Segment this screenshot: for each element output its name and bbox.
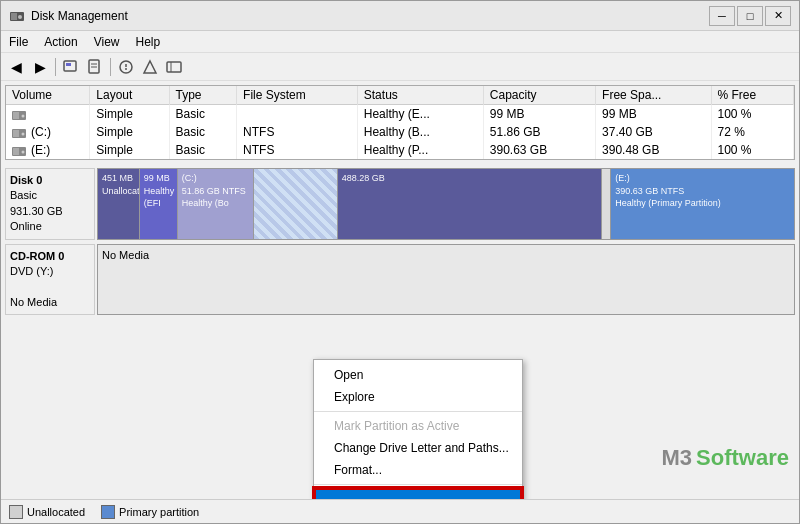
partition-c-ntfs[interactable]	[254, 169, 338, 239]
toolbar-btn-2[interactable]	[84, 56, 106, 78]
cell-pct: 100 %	[711, 105, 793, 124]
svg-rect-12	[167, 62, 181, 72]
col-capacity: Capacity	[483, 86, 595, 105]
disk-management-window: Disk Management ─ □ ✕ File Action View H…	[0, 0, 800, 524]
toolbar-btn-3[interactable]	[115, 56, 137, 78]
minimize-button[interactable]: ─	[709, 6, 735, 26]
menu-file[interactable]: File	[1, 33, 36, 50]
volume-table-area: Volume Layout Type File System Status Ca…	[5, 85, 795, 160]
title-bar: Disk Management ─ □ ✕	[1, 1, 799, 31]
svg-point-16	[22, 114, 25, 117]
toolbar-btn-5[interactable]	[163, 56, 185, 78]
cell-volume: (E:)	[6, 141, 90, 159]
svg-rect-1	[11, 13, 17, 20]
menu-action[interactable]: Action	[36, 33, 85, 50]
col-fs: File System	[237, 86, 358, 105]
svg-point-2	[18, 15, 22, 19]
cell-free: 390.48 GB	[596, 141, 711, 159]
toolbar-forward[interactable]: ▶	[29, 56, 51, 78]
legend-unalloc-box	[9, 505, 23, 519]
context-menu: Open Explore Mark Partition as Active Ch…	[313, 359, 523, 499]
watermark-software: Software	[696, 445, 789, 471]
col-pct: % Free	[711, 86, 793, 105]
col-free: Free Spa...	[596, 86, 711, 105]
ctx-sep-1	[314, 411, 522, 412]
cell-free: 37.40 GB	[596, 123, 711, 141]
app-icon	[9, 8, 25, 24]
ctx-extend-volume[interactable]: Extend Volume... ↖	[314, 488, 522, 499]
table-row[interactable]: (E:)SimpleBasicNTFSHealthy (P...390.63 G…	[6, 141, 794, 159]
menu-help[interactable]: Help	[128, 33, 169, 50]
svg-point-10	[125, 68, 127, 70]
disk-0-label: Disk 0 Basic 931.30 GB Online	[5, 168, 95, 240]
menu-bar: File Action View Help	[1, 31, 799, 53]
cell-layout: Simple	[90, 105, 169, 124]
cell-layout: Simple	[90, 123, 169, 141]
disk-0-row: Disk 0 Basic 931.30 GB Online 451 MBUnal…	[5, 168, 795, 240]
toolbar-back[interactable]: ◀	[5, 56, 27, 78]
ctx-format[interactable]: Format...	[314, 459, 522, 481]
svg-point-19	[22, 132, 25, 135]
cell-capacity: 51.86 GB	[483, 123, 595, 141]
toolbar-btn-1[interactable]	[60, 56, 82, 78]
legend-primary-box	[101, 505, 115, 519]
partition-unallocated-0[interactable]: 451 MBUnallocated	[98, 169, 140, 239]
toolbar-separator-1	[55, 58, 56, 76]
cell-volume	[6, 105, 90, 124]
partition-e[interactable]: (E:)390.63 GB NTFSHealthy (Primary Parti…	[611, 169, 794, 239]
cell-type: Basic	[169, 105, 237, 124]
partition-spacer	[602, 169, 611, 239]
partition-efi[interactable]: 99 MBHealthy (EFI	[140, 169, 178, 239]
menu-view[interactable]: View	[86, 33, 128, 50]
cell-fs	[237, 105, 358, 124]
cell-free: 99 MB	[596, 105, 711, 124]
disk-0-partitions: 451 MBUnallocated 99 MBHealthy (EFI (C:)…	[97, 168, 795, 240]
cdrom-0-row: CD-ROM 0 DVD (Y:) No Media No Media	[5, 244, 795, 316]
legend-primary-label: Primary partition	[119, 506, 199, 518]
window-title: Disk Management	[31, 9, 128, 23]
cell-capacity: 99 MB	[483, 105, 595, 124]
ctx-sep-2	[314, 484, 522, 485]
legend-unalloc-label: Unallocated	[27, 506, 85, 518]
cell-fs: NTFS	[237, 141, 358, 159]
toolbar-separator-2	[110, 58, 111, 76]
cell-capacity: 390.63 GB	[483, 141, 595, 159]
table-row[interactable]: SimpleBasicHealthy (E...99 MB99 MB100 %	[6, 105, 794, 124]
svg-rect-4	[66, 63, 71, 66]
ctx-change-drive[interactable]: Change Drive Letter and Paths...	[314, 437, 522, 459]
table-row[interactable]: (C:)SimpleBasicNTFSHealthy (B...51.86 GB…	[6, 123, 794, 141]
col-volume: Volume	[6, 86, 90, 105]
cell-volume: (C:)	[6, 123, 90, 141]
ctx-open[interactable]: Open	[314, 364, 522, 386]
svg-rect-15	[13, 112, 19, 119]
svg-marker-11	[144, 61, 156, 73]
ctx-mark-active: Mark Partition as Active	[314, 415, 522, 437]
svg-rect-21	[13, 148, 19, 155]
legend-primary: Primary partition	[101, 505, 199, 519]
status-bar: Unallocated Primary partition	[1, 499, 799, 523]
cell-fs: NTFS	[237, 123, 358, 141]
toolbar: ◀ ▶	[1, 53, 799, 81]
legend-unallocated: Unallocated	[9, 505, 85, 519]
svg-rect-18	[13, 130, 19, 137]
partition-unallocated-large[interactable]: 488.28 GB	[338, 169, 602, 239]
cell-status: Healthy (E...	[357, 105, 483, 124]
col-type: Type	[169, 86, 237, 105]
cursor-icon: ↖	[434, 494, 447, 499]
cell-type: Basic	[169, 123, 237, 141]
col-layout: Layout	[90, 86, 169, 105]
cell-status: Healthy (B...	[357, 123, 483, 141]
svg-point-22	[22, 150, 25, 153]
close-button[interactable]: ✕	[765, 6, 791, 26]
watermark-m3: M3	[662, 445, 693, 471]
disk-area: Disk 0 Basic 931.30 GB Online 451 MBUnal…	[1, 164, 799, 499]
cell-layout: Simple	[90, 141, 169, 159]
toolbar-btn-4[interactable]	[139, 56, 161, 78]
window-controls: ─ □ ✕	[709, 6, 791, 26]
maximize-button[interactable]: □	[737, 6, 763, 26]
ctx-explore[interactable]: Explore	[314, 386, 522, 408]
cell-type: Basic	[169, 141, 237, 159]
partition-c-boot[interactable]: (C:)51.86 GB NTFSHealthy (Bo	[178, 169, 255, 239]
cdrom-0-partitions: No Media	[97, 244, 795, 316]
cdrom-0-label: CD-ROM 0 DVD (Y:) No Media	[5, 244, 95, 316]
